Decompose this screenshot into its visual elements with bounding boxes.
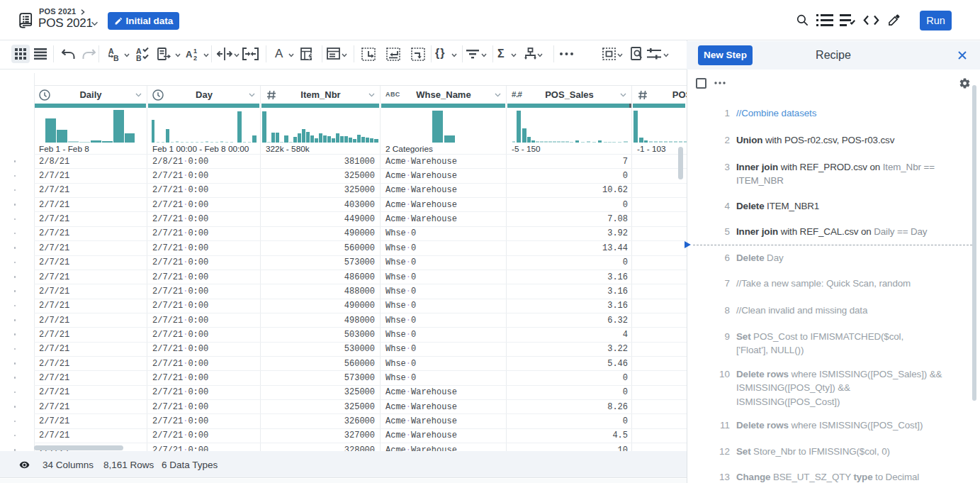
- svg-text:B: B: [136, 54, 142, 62]
- svg-text:B: B: [113, 54, 119, 62]
- svg-text:1: 1: [193, 48, 197, 55]
- svg-text:2: 2: [193, 55, 197, 61]
- svg-text:A: A: [186, 49, 193, 60]
